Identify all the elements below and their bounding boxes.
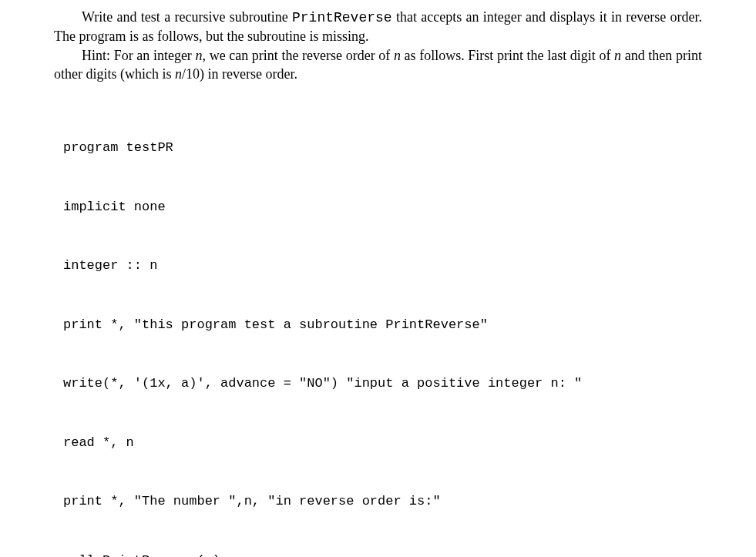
code-line: read *, n bbox=[54, 433, 702, 453]
code-listing: program testPR implicit none integer :: … bbox=[54, 99, 702, 557]
math-var: n bbox=[196, 48, 203, 63]
code-line: integer :: n bbox=[54, 256, 702, 276]
text: Hint: For an integer bbox=[82, 48, 196, 63]
text: /10) in reverse order. bbox=[182, 66, 297, 82]
page: Write and test a recursive subroutine Pr… bbox=[0, 0, 756, 557]
code-line: write(*, '(1x, a)', advance = "NO") "inp… bbox=[54, 374, 702, 394]
paragraph-1: Write and test a recursive subroutine Pr… bbox=[54, 8, 702, 46]
code-line: program testPR bbox=[54, 138, 702, 158]
math-var: n bbox=[614, 48, 621, 63]
code-line: implicit none bbox=[54, 197, 702, 217]
paragraph-2: Hint: For an integer n, we can print the… bbox=[54, 46, 702, 84]
math-var: n bbox=[394, 48, 401, 63]
code-line: call PrintReverse(n) bbox=[54, 551, 702, 557]
code-line: print *, "this program test a subroutine… bbox=[54, 315, 702, 335]
text: , we can print the reverse order of bbox=[203, 48, 394, 63]
text: as follows. First print the last digit o… bbox=[401, 48, 614, 63]
text: Write and test a recursive subroutine bbox=[82, 9, 292, 25]
problem-description: Write and test a recursive subroutine Pr… bbox=[54, 8, 702, 83]
code-line: print *, "The number ",n, "in reverse or… bbox=[54, 492, 702, 512]
code-inline: PrintReverse bbox=[292, 10, 392, 25]
math-var: n bbox=[175, 66, 182, 82]
